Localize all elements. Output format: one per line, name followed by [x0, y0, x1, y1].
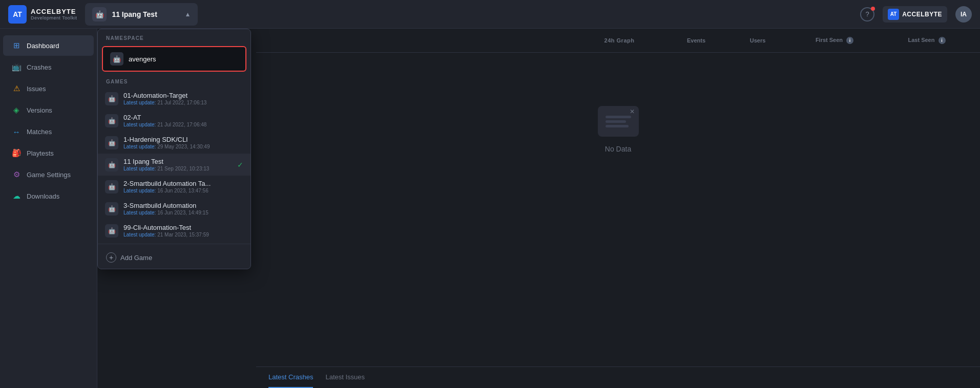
game-update-5: Latest update: 16 Jun 2023, 14:49:15: [123, 210, 243, 215]
sidebar-item-game-settings[interactable]: ⚙ Game Settings: [3, 164, 94, 185]
logo-text: ACCELBYTE Development Toolkit: [31, 8, 77, 20]
game-item-5[interactable]: 🤖 3-Smartbuild Automation Latest update:…: [98, 198, 251, 220]
game-item-2[interactable]: 🤖 1-Hardening SDK/CLI Latest update: 29 …: [98, 132, 251, 154]
game-info-3: 11 Ipang Test Latest update: 21 Sep 2022…: [123, 158, 230, 171]
tab-latest-issues[interactable]: Latest Issues: [325, 367, 365, 388]
game-settings-icon: ⚙: [11, 169, 22, 180]
versions-icon: ◈: [11, 105, 22, 115]
game-name-3: 11 Ipang Test: [123, 158, 230, 165]
game-item-0[interactable]: 🤖 01-Automation-Target Latest update: 21…: [98, 88, 251, 110]
namespace-section-label: NAMESPACE: [98, 29, 251, 44]
dropdown-divider: [98, 244, 251, 244]
game-item-3[interactable]: 🤖 11 Ipang Test Latest update: 21 Sep 20…: [98, 154, 251, 176]
sidebar-item-crashes[interactable]: 📺 Crashes: [3, 57, 94, 77]
game-update-3: Latest update: 21 Sep 2022, 10:23:13: [123, 166, 230, 171]
sidebar-label-issues: Issues: [27, 85, 46, 93]
sidebar-item-playtests[interactable]: 🎒 Playtests: [3, 143, 94, 163]
namespace-item[interactable]: 🤖 avengers: [102, 46, 246, 72]
sidebar-label-playtests: Playtests: [27, 149, 54, 157]
game-update-6: Latest update: 21 Mar 2023, 15:37:59: [123, 232, 243, 238]
logo-subtitle: Development Toolkit: [31, 15, 77, 20]
user-avatar[interactable]: IA: [955, 6, 972, 23]
main-layout: ⊞ Dashboard 📺 Crashes ⚠ Issues ◈ Version…: [0, 29, 980, 388]
games-section-label: GAMES: [98, 74, 251, 88]
game-icon-3: 🤖: [105, 158, 118, 171]
tab-latest-crashes[interactable]: Latest Crashes: [268, 367, 313, 388]
no-data-line-2: [606, 120, 626, 123]
logo-icon: AT: [8, 5, 27, 24]
sidebar-label-matches: Matches: [27, 128, 52, 136]
col-events-header: Events: [671, 37, 722, 44]
downloads-icon: ☁: [11, 191, 22, 201]
playtests-icon: 🎒: [11, 148, 22, 158]
crashes-icon: 📺: [11, 62, 22, 72]
col-users-header: Users: [732, 37, 783, 44]
game-info-6: 99-Cli-Automation-Test Latest update: 21…: [123, 224, 243, 238]
namespace-icon: 🤖: [110, 52, 123, 66]
game-update-1: Latest update: 21 Jul 2022, 17:06:48: [123, 122, 243, 127]
sidebar-item-matches[interactable]: ↔ Matches: [3, 121, 94, 142]
table-header: 24h Graph Events Users First Seen i Last…: [256, 29, 980, 53]
game-update-0: Latest update: 21 Jul 2022, 17:06:13: [123, 100, 243, 105]
sidebar-label-game-settings: Game Settings: [27, 171, 71, 179]
game-icon-4: 🤖: [105, 180, 118, 193]
game-dropdown: NAMESPACE 🤖 avengers GAMES 🤖 01-Automati…: [97, 29, 251, 269]
dashboard-icon: ⊞: [11, 40, 22, 51]
game-name-4: 2-Smartbuild Automation Ta...: [123, 180, 243, 187]
brand-logo-icon: AT: [888, 9, 899, 20]
col-lastseen-header: Last Seen i: [886, 37, 968, 44]
no-data-line-1: [606, 116, 631, 118]
game-name-5: 3-Smartbuild Automation: [123, 202, 243, 209]
sidebar-item-dashboard[interactable]: ⊞ Dashboard: [3, 35, 94, 56]
games-list: 🤖 01-Automation-Target Latest update: 21…: [98, 88, 251, 242]
game-item-1[interactable]: 🤖 02-AT Latest update: 21 Jul 2022, 17:0…: [98, 110, 251, 132]
game-icon-6: 🤖: [105, 224, 118, 238]
table-area: 24h Graph Events Users First Seen i Last…: [256, 29, 980, 388]
game-selector-button[interactable]: 🤖 11 Ipang Test ▲: [85, 3, 198, 26]
game-update-4: Latest update: 16 Jun 2023, 13:47:56: [123, 188, 243, 193]
col-firstseen-header: First Seen i: [794, 37, 875, 44]
game-info-2: 1-Hardening SDK/CLI Latest update: 29 Ma…: [123, 136, 243, 149]
sidebar: ⊞ Dashboard 📺 Crashes ⚠ Issues ◈ Version…: [0, 29, 97, 388]
header-brand: AT ACCELBYTE: [883, 6, 947, 23]
no-data-text: No Data: [605, 145, 631, 153]
issues-icon: ⚠: [11, 83, 22, 94]
game-icon-0: 🤖: [105, 92, 118, 105]
sidebar-label-crashes: Crashes: [27, 63, 51, 71]
chevron-up-icon: ▲: [185, 11, 191, 18]
game-selector-icon: 🤖: [92, 7, 107, 21]
header-right: ? AT ACCELBYTE IA: [860, 6, 972, 23]
logo-title: ACCELBYTE: [31, 8, 77, 15]
namespace-name: avengers: [129, 55, 156, 63]
logo-area: AT ACCELBYTE Development Toolkit: [8, 5, 77, 24]
header: AT ACCELBYTE Development Toolkit 🤖 11 Ip…: [0, 0, 980, 29]
game-item-4[interactable]: 🤖 2-Smartbuild Automation Ta... Latest u…: [98, 176, 251, 198]
game-selector-name: 11 Ipang Test: [112, 10, 179, 18]
checkmark-icon: ✓: [237, 161, 243, 169]
game-info-4: 2-Smartbuild Automation Ta... Latest upd…: [123, 180, 243, 193]
game-name-1: 02-AT: [123, 114, 243, 121]
game-name-6: 99-Cli-Automation-Test: [123, 224, 243, 231]
game-update-2: Latest update: 29 May 2023, 14:30:49: [123, 144, 243, 149]
help-button[interactable]: ?: [860, 7, 874, 21]
game-name-0: 01-Automation-Target: [123, 92, 243, 99]
sidebar-label-dashboard: Dashboard: [27, 42, 59, 50]
sidebar-label-downloads: Downloads: [27, 192, 59, 200]
sidebar-item-downloads[interactable]: ☁ Downloads: [3, 186, 94, 206]
game-icon-5: 🤖: [105, 202, 118, 215]
game-info-1: 02-AT Latest update: 21 Jul 2022, 17:06:…: [123, 114, 243, 127]
game-icon-2: 🤖: [105, 136, 118, 149]
sidebar-item-versions[interactable]: ◈ Versions: [3, 100, 94, 120]
no-data-lines: [601, 112, 635, 132]
game-info-5: 3-Smartbuild Automation Latest update: 1…: [123, 202, 243, 215]
game-icon-1: 🤖: [105, 114, 118, 127]
add-game-button[interactable]: + Add Game: [98, 246, 251, 269]
add-game-label: Add Game: [120, 254, 152, 262]
first-seen-info-icon: i: [846, 37, 853, 44]
last-seen-info-icon: i: [939, 37, 946, 44]
game-item-6[interactable]: 🤖 99-Cli-Automation-Test Latest update: …: [98, 220, 251, 242]
no-data-icon: [598, 106, 639, 137]
no-data-line-3: [606, 125, 629, 127]
sidebar-item-issues[interactable]: ⚠ Issues: [3, 78, 94, 99]
bottom-tabs: Latest Crashes Latest Issues: [256, 367, 980, 388]
